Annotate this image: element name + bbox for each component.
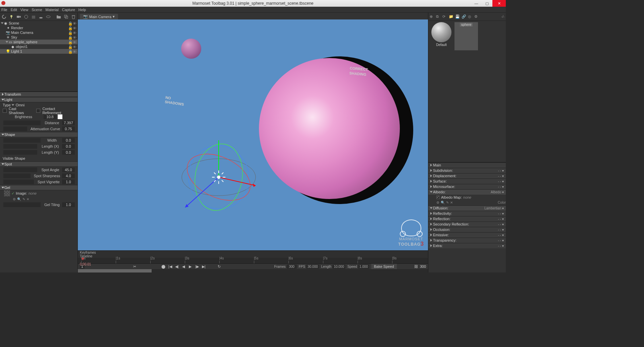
timeline-ruler[interactable]: 0:00.01 |0s|1s|2s|3s|4s|5s|6s|7s|8s|9s: [78, 258, 428, 264]
fps-value[interactable]: 30.000: [306, 264, 319, 269]
secondary-reflection-section[interactable]: Secondary Reflection:- - ▾: [428, 221, 506, 227]
main-camera-tab[interactable]: 📷 Main Camera ▾: [80, 14, 118, 19]
play-reverse-button[interactable]: ◀: [181, 264, 186, 269]
contact-refinement-checkbox[interactable]: [36, 109, 40, 113]
scissors-icon[interactable]: ✂: [132, 264, 137, 269]
outliner-camera[interactable]: 📷Main Camera🔒👁: [0, 30, 77, 35]
next-frame-button[interactable]: |▶: [195, 264, 199, 269]
search-icon[interactable]: 🔍: [17, 197, 21, 201]
occlusion-section[interactable]: Occlusion:- - ▾: [428, 227, 506, 232]
folder-icon[interactable]: 📁: [449, 14, 453, 19]
brightness-color-swatch[interactable]: [58, 114, 62, 119]
outliner-light1[interactable]: 💡Light 1🔒👁: [0, 49, 77, 54]
lengthx-slider[interactable]: [3, 144, 37, 149]
transform-header[interactable]: Transform: [0, 92, 77, 97]
light-gizmo[interactable]: [172, 137, 266, 217]
spot-vignette-value[interactable]: 1.0: [62, 180, 75, 184]
extra-section[interactable]: Extra:- - ▾: [428, 243, 506, 248]
transparency-section[interactable]: Transparency:- - ▾: [428, 238, 506, 243]
prev-frame-button[interactable]: ◀|: [174, 264, 179, 269]
outliner-scene[interactable]: ◉Scene🔒👁: [0, 21, 77, 26]
play-button[interactable]: ▶: [188, 264, 193, 269]
chevron-down-icon[interactable]: ▾: [113, 14, 115, 19]
spot-header[interactable]: Spot: [0, 161, 77, 167]
spot-sharpness-slider[interactable]: [3, 174, 31, 178]
viewport[interactable]: NOSHADOWS CORRECTSHADING MARMOSETTOOLBAG…: [78, 19, 428, 250]
microsurface-section[interactable]: Microsurface:- - ▾: [428, 184, 506, 189]
save-icon[interactable]: 💾: [455, 14, 460, 19]
spot-sharpness-value[interactable]: 4.0: [62, 174, 75, 178]
trash-icon[interactable]: [71, 14, 76, 19]
diffusion-section[interactable]: Diffusion:Lambertian ▾: [428, 205, 506, 211]
bake-speed-button[interactable]: Bake Speed: [371, 264, 397, 269]
subdivision-section[interactable]: Subdivision:- - ▾: [428, 168, 506, 173]
light-header[interactable]: Light: [0, 97, 77, 102]
lengthy-slider[interactable]: [3, 150, 37, 155]
emissive-section[interactable]: Emissive:- - ▾: [428, 232, 506, 238]
menu-view[interactable]: View: [20, 8, 29, 12]
camera-icon[interactable]: [16, 14, 21, 19]
close-button[interactable]: ✕: [492, 0, 506, 7]
settings-icon[interactable]: ⚙: [474, 14, 479, 19]
maximize-button[interactable]: ▢: [482, 0, 492, 7]
distance-value[interactable]: 7.397: [62, 120, 75, 125]
end-frame[interactable]: 300: [420, 264, 426, 268]
titlebar[interactable]: Marmoset Toolbag 3.01 | simple_sphere_ma…: [0, 0, 506, 7]
refresh-icon[interactable]: [1, 14, 7, 19]
record-button[interactable]: ⬤: [161, 264, 166, 269]
menu-help[interactable]: Help: [78, 8, 86, 12]
edit-icon[interactable]: ✎: [22, 197, 25, 201]
outliner-object1[interactable]: ◆object1🔒👁: [0, 44, 77, 49]
width-value[interactable]: 0.0: [62, 138, 75, 143]
albedo-map-checkbox[interactable]: [436, 196, 440, 199]
shape-icon[interactable]: [23, 14, 29, 19]
material-sphere[interactable]: sphere: [454, 22, 478, 50]
displacement-section[interactable]: Displacement:- - ▾: [428, 173, 506, 179]
length-value[interactable]: 10.000: [332, 264, 345, 269]
skip-start-button[interactable]: |◀: [168, 264, 172, 269]
edit-icon[interactable]: ✎: [446, 201, 449, 204]
distance-slider[interactable]: [3, 120, 41, 125]
refresh-icon[interactable]: ⟳: [442, 14, 447, 19]
skip-end-button[interactable]: ▶|: [201, 264, 206, 269]
add-icon[interactable]: ⊕: [430, 14, 434, 19]
outliner-simple-sphere[interactable]: ▭simple_sphere🔒👁: [0, 40, 77, 44]
link-icon[interactable]: ⛓: [414, 264, 418, 268]
lengthy-value[interactable]: 0.0: [62, 150, 75, 155]
turntable-icon[interactable]: [46, 14, 51, 19]
material-default[interactable]: Default: [430, 22, 453, 50]
menu-capture[interactable]: Capture: [62, 8, 75, 12]
loop-button[interactable]: ↻: [217, 264, 221, 269]
minimize-button[interactable]: —: [471, 0, 482, 7]
surface-section[interactable]: Surface:- - ▾: [428, 179, 506, 184]
search-icon[interactable]: 🔍: [441, 201, 445, 204]
gear-icon[interactable]: ⚙: [13, 197, 16, 201]
gel-tiling-value[interactable]: 1.0: [62, 202, 75, 207]
spot-vignette-slider[interactable]: [3, 180, 34, 184]
menu-file[interactable]: File: [1, 8, 7, 12]
menu-edit[interactable]: Edit: [11, 8, 17, 12]
attenuation-slider[interactable]: [3, 127, 27, 131]
clear-icon[interactable]: ✕: [450, 201, 453, 204]
frames-value[interactable]: 300: [287, 264, 297, 269]
outliner-render[interactable]: ✦Render🔒👁: [0, 26, 77, 30]
light-icon[interactable]: [9, 14, 14, 19]
attenuation-value[interactable]: 0.75: [62, 127, 75, 131]
menu-scene[interactable]: Scene: [32, 8, 42, 12]
duplicate-icon[interactable]: ⧉: [436, 14, 441, 19]
outliner-sky[interactable]: ☀Sky🔒👁: [0, 35, 77, 40]
spot-angle-slider[interactable]: [3, 167, 37, 172]
main-section[interactable]: Main: [428, 162, 506, 168]
clear-icon[interactable]: ✕: [26, 197, 29, 201]
gear-icon[interactable]: ⚙: [436, 201, 439, 204]
reflectivity-section[interactable]: Reflectivity:- - ▾: [428, 211, 506, 216]
brightness-value[interactable]: 10.8: [44, 114, 56, 119]
gel-image-thumb[interactable]: [4, 190, 10, 196]
cast-shadows-checkbox[interactable]: [3, 109, 7, 113]
timeline-header[interactable]: Timeline: [78, 254, 428, 258]
gel-header[interactable]: Gel: [0, 185, 77, 190]
timeline-scrollbar[interactable]: [78, 269, 428, 272]
spot-angle-value[interactable]: 45.0: [62, 167, 75, 172]
fog-icon[interactable]: [31, 14, 36, 19]
link-icon[interactable]: 🔗: [462, 14, 466, 19]
